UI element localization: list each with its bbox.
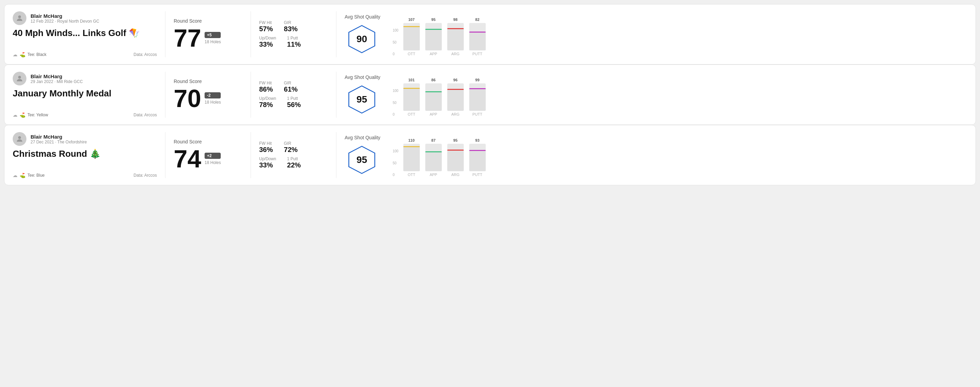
stat-row-bottom: Up/Down 33% 1 Putt 11%	[259, 36, 328, 48]
stat-row-top: FW Hit 57% GIR 83%	[259, 20, 328, 33]
holes-label: 18 Holes	[205, 100, 221, 105]
player-info: Blair McHarg 27 Dec 2021 · The Oxfordshi…	[13, 132, 157, 146]
bar-value-ott: 107	[409, 17, 415, 22]
score-row: 77 +5 18 Holes	[174, 26, 242, 51]
up-down-label: Up/Down	[259, 96, 276, 101]
user-icon	[16, 135, 24, 143]
fw-hit-label: FW Hit	[259, 81, 273, 86]
round-title: January Monthly Medal	[13, 88, 157, 99]
chart-scale: 100 50 0	[393, 89, 399, 116]
player-date: 12 Feb 2022 · Royal North Devon GC	[30, 19, 99, 24]
score-row: 74 +2 18 Holes	[174, 146, 242, 171]
bar-group-putt: 99 PUTT	[469, 78, 486, 116]
svg-point-0	[18, 16, 21, 18]
bar-group-ott: 110 OTT	[403, 138, 420, 177]
divider-2	[251, 72, 251, 118]
divider-1	[165, 11, 165, 57]
bar-value-putt: 99	[476, 78, 479, 82]
bar-fill	[425, 151, 442, 171]
tee-label: Tee: Black	[27, 52, 46, 57]
hexagon-container: 95	[345, 84, 379, 115]
cart-icon: ⛳	[19, 112, 25, 118]
bar-line	[403, 88, 420, 89]
fw-hit-stat: FW Hit 36%	[259, 141, 273, 154]
quality-score: 90	[356, 33, 367, 44]
bar-group-app: 87 APP	[425, 138, 442, 177]
scale-50: 50	[393, 40, 399, 44]
divider-2	[251, 11, 251, 57]
one-putt-stat: 1 Putt 56%	[287, 96, 301, 109]
round-title: 40 Mph Winds... Links Golf 🪁	[13, 28, 157, 38]
fw-hit-stat: FW Hit 57%	[259, 20, 273, 33]
fw-hit-value: 86%	[259, 86, 273, 93]
chart-scale: 100 50 0	[393, 29, 399, 56]
divider-3	[336, 11, 336, 57]
left-section: Blair McHarg 27 Dec 2021 · The Oxfordshi…	[13, 132, 157, 178]
bar-value-app: 86	[431, 78, 436, 82]
fw-hit-label: FW Hit	[259, 141, 273, 146]
svg-point-4	[18, 136, 21, 139]
one-putt-label: 1 Putt	[287, 36, 301, 40]
one-putt-label: 1 Putt	[287, 96, 301, 101]
gir-stat: GIR 72%	[284, 141, 298, 154]
score-row: 70 -2 18 Holes	[174, 86, 242, 111]
up-down-stat: Up/Down 78%	[259, 96, 276, 109]
bar-wrapper	[403, 23, 420, 51]
score-section: Round Score 74 +2 18 Holes	[174, 132, 242, 178]
stat-row-bottom: Up/Down 78% 1 Putt 56%	[259, 96, 328, 109]
player-meta: Blair McHarg 12 Feb 2022 · Royal North D…	[30, 13, 99, 24]
tee-info: ☁ ⛳ Tee: Yellow	[13, 112, 48, 118]
avatar	[13, 72, 26, 86]
bar-group-ott: 107 OTT	[403, 17, 420, 56]
bottom-row: ☁ ⛳ Tee: Black Data: Arccos	[13, 52, 157, 57]
player-name: Blair McHarg	[30, 13, 99, 19]
score-diff-badge: +2	[205, 153, 221, 159]
quality-label: Avg Shot Quality	[345, 135, 380, 140]
scale-0: 0	[393, 173, 399, 177]
bar-group-app: 95 APP	[425, 17, 442, 56]
bar-fill	[425, 91, 442, 111]
left-section: Blair McHarg 29 Jan 2022 · Mill Ride GCC…	[13, 72, 157, 118]
up-down-value: 78%	[259, 101, 276, 109]
bar-fill	[447, 149, 464, 171]
one-putt-stat: 1 Putt 22%	[287, 157, 301, 169]
tee-label: Tee: Blue	[27, 173, 45, 178]
svg-point-2	[18, 76, 21, 79]
bar-wrapper	[425, 144, 442, 171]
bar-chart-wrapper: 100 50 0 110 OTT 87	[393, 132, 967, 177]
player-meta: Blair McHarg 29 Jan 2022 · Mill Ride GCC	[30, 73, 83, 84]
quality-label: Avg Shot Quality	[345, 14, 380, 19]
one-putt-value: 56%	[287, 101, 301, 109]
score-label: Round Score	[174, 18, 242, 24]
bar-line	[425, 91, 442, 92]
bar-line	[469, 150, 486, 151]
scale-100: 100	[393, 89, 399, 93]
gir-value: 61%	[284, 86, 298, 93]
bar-wrapper	[403, 144, 420, 171]
player-name: Blair McHarg	[30, 134, 87, 140]
bar-value-arg: 95	[453, 138, 458, 143]
bar-line	[469, 32, 486, 33]
score-section: Round Score 70 -2 18 Holes	[174, 72, 242, 118]
score-number: 77	[174, 26, 201, 51]
bar-label: OTT	[408, 173, 415, 177]
bar-fill	[403, 26, 420, 51]
holes-label: 18 Holes	[205, 160, 221, 165]
gir-stat: GIR 83%	[284, 20, 298, 33]
left-section: Blair McHarg 12 Feb 2022 · Royal North D…	[13, 11, 157, 57]
weather-icon: ☁	[13, 112, 18, 118]
bar-group-putt: 93 PUTT	[469, 138, 486, 177]
bar-wrapper	[469, 144, 486, 171]
gir-value: 83%	[284, 25, 298, 33]
fw-hit-stat: FW Hit 86%	[259, 81, 273, 93]
bar-line	[425, 29, 442, 30]
stats-section: FW Hit 86% GIR 61% Up/Down 78% 1 Putt 56…	[259, 72, 328, 118]
bar-line	[403, 146, 420, 147]
bar-label: OTT	[408, 112, 415, 116]
bar-label: OTT	[408, 52, 415, 56]
bar-fill	[425, 29, 442, 51]
gir-label: GIR	[284, 141, 298, 146]
score-number: 70	[174, 86, 201, 111]
bar-value-putt: 82	[476, 17, 479, 22]
player-date: 29 Jan 2022 · Mill Ride GCC	[30, 79, 83, 84]
